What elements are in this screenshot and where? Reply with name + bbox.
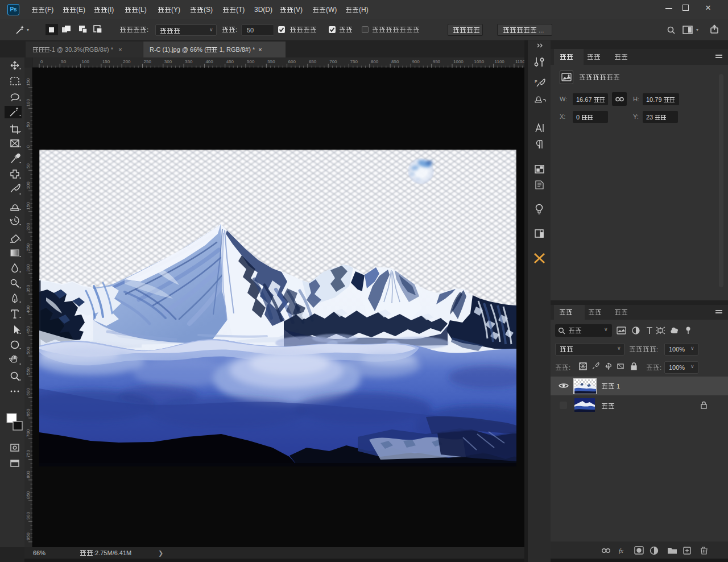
svg-text:0: 0 [26,145,31,148]
svg-text:1150: 1150 [515,59,524,64]
svg-text:1000: 1000 [453,59,464,64]
svg-text:1050: 1050 [474,59,484,64]
svg-text:50: 50 [26,163,31,168]
svg-text:400: 400 [26,305,31,313]
svg-text:800: 800 [371,59,379,64]
svg-text:200: 200 [123,59,131,64]
svg-text:950: 950 [26,532,31,540]
svg-text:1100: 1100 [495,59,505,64]
svg-text:fx: fx [619,547,623,554]
svg-text:900: 900 [412,59,420,64]
svg-text:350: 350 [26,284,31,292]
svg-text:450: 450 [226,59,234,64]
svg-text:150: 150 [26,202,31,210]
svg-text:850: 850 [26,491,31,499]
svg-text:550: 550 [26,367,31,375]
svg-text:P: P [535,80,537,84]
svg-text:100: 100 [82,59,90,64]
svg-text:250: 250 [144,59,152,64]
svg-text:850: 850 [391,59,399,64]
svg-text:100: 100 [26,99,31,107]
svg-text:0: 0 [40,59,43,64]
svg-text:600: 600 [288,59,296,64]
svg-text:400: 400 [205,59,213,64]
svg-text:700: 700 [26,429,31,437]
svg-text:300: 300 [26,264,31,272]
svg-text:700: 700 [329,59,337,64]
svg-text:900: 900 [26,512,31,520]
svg-text:650: 650 [309,59,317,64]
svg-text:50: 50 [61,59,66,64]
svg-text:450: 450 [26,326,31,334]
svg-text:800: 800 [26,470,31,478]
svg-text:100: 100 [26,181,31,189]
svg-text:50: 50 [26,122,31,127]
svg-text:750: 750 [350,59,358,64]
svg-text:650: 650 [26,408,31,416]
svg-text:750: 750 [26,450,31,458]
svg-text:150: 150 [102,59,110,64]
svg-text:300: 300 [164,59,172,64]
svg-text:200: 200 [26,222,31,230]
svg-text:500: 500 [26,346,31,354]
svg-text:500: 500 [247,59,255,64]
svg-text:250: 250 [26,243,31,251]
svg-text:600: 600 [26,388,31,396]
svg-text:150: 150 [26,78,31,86]
svg-text:950: 950 [433,59,441,64]
svg-text:550: 550 [267,59,275,64]
svg-text:350: 350 [185,59,193,64]
